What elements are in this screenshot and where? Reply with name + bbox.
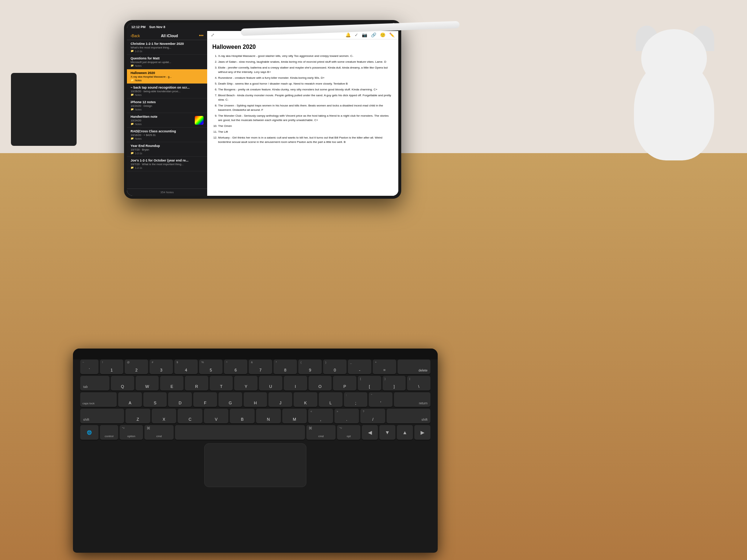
key-g[interactable]: G — [218, 392, 242, 407]
key-slash[interactable]: ?/ — [360, 409, 385, 423]
key-f[interactable]: F — [193, 392, 217, 407]
key-semicolon[interactable]: :; — [344, 392, 368, 407]
key-shift-left[interactable]: shift — [80, 409, 124, 423]
note-item-handwritten[interactable]: Handwritten note 10/24/20 📁 Notes — [127, 113, 207, 128]
key-5[interactable]: %5 — [199, 359, 222, 374]
trackpad[interactable] — [204, 443, 306, 487]
key-0[interactable]: )0 — [323, 359, 347, 374]
link-icon[interactable]: 🔗 — [371, 32, 376, 38]
key-c[interactable]: C — [178, 409, 202, 423]
key-cmd-right[interactable]: ⌘cmd — [306, 425, 336, 440]
ipad-device: 12:12 PM Sun Nov 8 ▼ 🔋 65% ‹ Back All iC… — [124, 20, 401, 199]
key-arrow-up[interactable]: ▲ — [397, 425, 413, 440]
back-button[interactable]: ‹ Back — [131, 34, 140, 38]
key-cmd-left[interactable]: ⌘cmd — [144, 425, 174, 440]
camera-icon[interactable]: 📷 — [362, 32, 367, 38]
checkmark-icon[interactable]: ✓ — [355, 32, 358, 38]
key-control[interactable]: control — [100, 425, 118, 440]
note-title: Year End Roundup — [131, 144, 204, 148]
note-item-halloween[interactable]: Halloween 2020 X-ray aka Hospital Massac… — [127, 69, 207, 84]
key-2[interactable]: @2 — [125, 359, 148, 374]
key-d[interactable]: D — [168, 392, 192, 407]
note-item-iphone12[interactable]: iPhone 12 notes 10/24/20 · Design 📁 Note… — [127, 98, 207, 113]
note-list-item-10: The Omen — [218, 124, 393, 128]
note-list-item-11: The Lift — [218, 130, 393, 134]
key-tilde[interactable]: ~ ` — [80, 359, 98, 374]
note-meta: 📁 Notes — [131, 137, 204, 140]
key-period[interactable]: >. — [334, 409, 359, 423]
key-o[interactable]: O — [309, 376, 332, 390]
key-z[interactable]: Z — [125, 409, 150, 423]
key-b[interactable]: B — [230, 409, 255, 423]
key-4[interactable]: $4 — [174, 359, 198, 374]
key-w[interactable]: W — [136, 376, 159, 390]
key-j[interactable]: J — [268, 392, 292, 407]
keyboard-row-4: shift Z X C V B N M <, >. ?/ shift — [80, 409, 430, 423]
lock-icon[interactable]: 🔔 — [345, 32, 351, 38]
key-caps-lock[interactable]: caps lock — [80, 392, 117, 407]
key-l[interactable]: L — [319, 392, 342, 407]
key-8[interactable]: *8 — [274, 359, 297, 374]
key-return[interactable]: return — [394, 392, 430, 407]
key-x[interactable]: X — [152, 409, 177, 423]
folder-icon: 📁 — [131, 122, 134, 125]
key-t[interactable]: T — [210, 376, 233, 390]
key-i[interactable]: I — [284, 376, 307, 390]
note-meta: 📁 Notes — [131, 93, 204, 96]
note-item-christine[interactable]: Christine 1-2-1 for November 2020 What's… — [127, 40, 207, 55]
key-equals[interactable]: += — [373, 359, 396, 374]
more-button[interactable]: ••• — [199, 33, 204, 38]
key-comma[interactable]: <, — [308, 409, 333, 423]
key-shift-right[interactable]: shift — [387, 409, 430, 423]
key-r[interactable]: R — [185, 376, 208, 390]
key-globe[interactable]: 🌐 — [80, 425, 98, 440]
time-display: 12:12 PM — [131, 25, 146, 29]
key-bracket-right[interactable]: }] — [383, 376, 406, 390]
key-v[interactable]: V — [204, 409, 229, 423]
key-option-left[interactable]: ⌥option — [120, 425, 143, 440]
key-p[interactable]: P — [333, 376, 356, 390]
key-backslash[interactable]: |\ — [407, 376, 430, 390]
note-item-rad[interactable]: RAD|Cross Class accounting 10/16/20 · + … — [127, 128, 207, 142]
key-delete[interactable]: delete — [398, 359, 430, 374]
key-q[interactable]: Q — [111, 376, 134, 390]
key-3[interactable]: #3 — [150, 359, 173, 374]
note-item-questions[interactable]: Questions for Matt Microsoft just droppe… — [127, 55, 207, 69]
expand-icon[interactable]: ⤢ — [211, 32, 214, 38]
key-m[interactable]: M — [282, 409, 307, 423]
key-k[interactable]: K — [294, 392, 317, 407]
key-h[interactable]: H — [244, 392, 267, 407]
folder-icon: 📁 — [131, 137, 134, 140]
key-tab[interactable]: tab — [80, 376, 109, 390]
notes-count: 354 Notes — [127, 188, 207, 196]
key-arrow-left[interactable]: ◀ — [362, 425, 378, 440]
note-item-joe[interactable]: Joe's 1-2-1 for October (year end re... … — [127, 157, 207, 171]
note-item-yearend[interactable]: Year End Roundup 10/7/20 · Bryan 📁 1-2-1… — [127, 142, 207, 157]
key-1[interactable]: !1 — [100, 359, 123, 374]
folder-icon: 📁 — [131, 64, 134, 67]
key-minus[interactable]: _- — [348, 359, 371, 374]
key-u[interactable]: U — [259, 376, 282, 390]
pencil-icon[interactable]: ✏️ — [389, 32, 395, 38]
key-e[interactable]: E — [160, 376, 183, 390]
note-preview: 10/7/20 · Bryan — [131, 148, 204, 151]
key-7[interactable]: &7 — [249, 359, 272, 374]
content-area[interactable]: Halloween 2020 X-ray aka Hospital Massac… — [207, 39, 398, 196]
key-space[interactable] — [175, 425, 305, 440]
smiley-icon[interactable]: 🙂 — [380, 32, 386, 38]
key-s[interactable]: S — [143, 392, 167, 407]
key-arrow-down[interactable]: ▼ — [379, 425, 395, 440]
note-item-backtap[interactable]: ~ back tap sound recognition on scr... 1… — [127, 84, 207, 98]
key-opt-right[interactable]: ⌥opt — [337, 425, 360, 440]
key-arrow-right[interactable]: ▶ — [414, 425, 430, 440]
key-6[interactable]: ^6 — [224, 359, 247, 374]
key-n[interactable]: N — [256, 409, 281, 423]
sidebar-title: All iCloud — [161, 34, 178, 38]
key-bracket-left[interactable]: {[ — [358, 376, 381, 390]
key-y[interactable]: Y — [234, 376, 258, 390]
key-quote[interactable]: "' — [369, 392, 392, 407]
keyboard-row-1: ~ ` !1 @2 #3 $4 %5 ^6 &7 *8 (9 )0 _- += … — [80, 359, 430, 374]
key-9[interactable]: (9 — [298, 359, 322, 374]
key-a[interactable]: A — [118, 392, 142, 407]
keyboard-row-3: caps lock A S D F G H J K L :; "' return — [80, 392, 430, 407]
